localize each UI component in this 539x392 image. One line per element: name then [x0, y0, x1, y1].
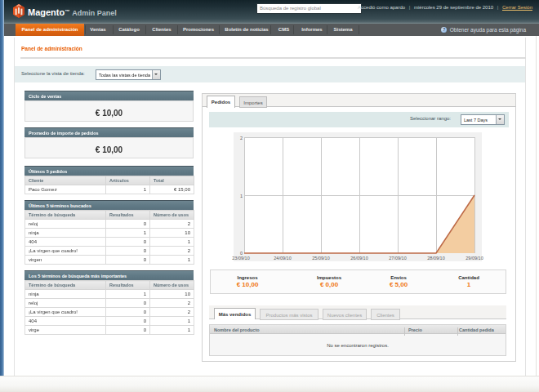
svg-text:27/09/10: 27/09/10 — [389, 256, 406, 261]
svg-text:1: 1 — [240, 194, 243, 198]
svg-text:28/09/10: 28/09/10 — [427, 256, 444, 261]
svg-text:2: 2 — [240, 136, 243, 140]
svg-text:24/09/10: 24/09/10 — [274, 256, 291, 261]
svg-text:23/09/10: 23/09/10 — [232, 256, 249, 261]
svg-text:26/09/10: 26/09/10 — [350, 256, 368, 261]
svg-text:29/09/10: 29/09/10 — [466, 256, 483, 261]
svg-text:25/09/10: 25/09/10 — [312, 256, 329, 261]
